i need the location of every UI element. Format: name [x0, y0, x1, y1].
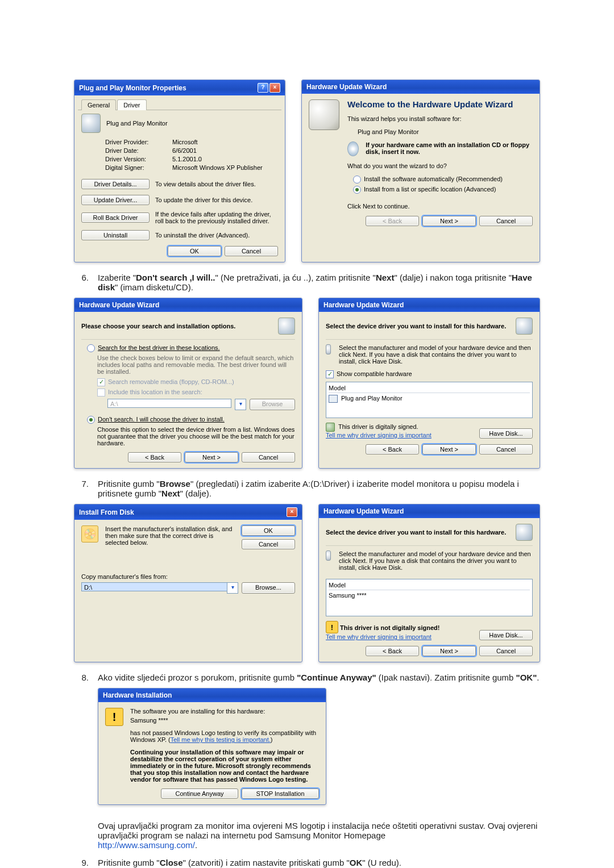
model-item[interactable]: Samsung ****: [329, 592, 530, 599]
wizard-question: What do you want the wizard to do?: [347, 162, 533, 169]
samsung-url[interactable]: http://www.samsung.com/: [98, 840, 195, 850]
signing-link[interactable]: Tell me why driver signing is important: [326, 432, 432, 439]
uninstall-button[interactable]: Uninstall: [81, 230, 150, 240]
check-compatible-label: Show compatible hardware: [337, 370, 412, 377]
check-compatible[interactable]: [326, 370, 334, 378]
date-label: Driver Date:: [105, 147, 168, 154]
uninstall-desc: To uninstall the driver (Advanced).: [155, 232, 278, 239]
step-6: 6. Izaberite "Don't search ,I will.." (N…: [74, 273, 540, 292]
driver-details-button[interactable]: Driver Details...: [81, 179, 150, 189]
t: " (zatvoriti) i zatim nastavite pritiska…: [183, 858, 350, 867]
radio-advanced[interactable]: [353, 186, 361, 194]
unsigned-status: This driver is not digitally signed!: [340, 624, 439, 631]
cancel-button[interactable]: Cancel: [242, 452, 295, 462]
t: Pritisnite gumb ": [98, 479, 160, 489]
info-icon: [326, 344, 331, 354]
ok-button[interactable]: OK: [168, 246, 221, 256]
tab-driver[interactable]: Driver: [117, 99, 146, 110]
t: " (dalje) i nakon toga pritisnite ": [394, 273, 512, 282]
browse-button[interactable]: Browse...: [242, 582, 295, 594]
kw: Next: [376, 273, 395, 282]
window-title: Plug and Play Monitor Properties: [79, 84, 186, 92]
rollback-driver-button[interactable]: Roll Back Driver: [81, 212, 150, 223]
radio-auto[interactable]: [353, 176, 361, 183]
back-button[interactable]: < Back: [366, 646, 419, 656]
cancel-button[interactable]: Cancel: [479, 216, 533, 226]
signer-value: Microsoft Windows XP Publisher: [172, 164, 278, 171]
radio-dont-search[interactable]: [87, 416, 95, 424]
back-button[interactable]: < Back: [128, 452, 181, 462]
wizard-select-driver-unsigned: Hardware Update Wizard Select the device…: [318, 504, 540, 662]
back-button[interactable]: < Back: [366, 444, 419, 454]
kw: Browse: [160, 479, 190, 489]
signing-link[interactable]: Tell me why driver signing is important: [326, 633, 432, 640]
hardware-installation-window: Hardware Installation ! The software you…: [98, 688, 326, 805]
provider-value: Microsoft: [172, 139, 278, 145]
wizard-desc: Select the manufacturer and model of you…: [339, 550, 533, 571]
hw-warning: Continuing your installation of this sof…: [130, 749, 311, 783]
dropdown-icon[interactable]: ▾: [227, 582, 238, 594]
install-from-disk-window: Install From Disk × 📀 Insert the manufac…: [74, 504, 302, 662]
device-name: Plug and Play Monitor: [106, 120, 168, 127]
window-title: Hardware Update Wizard: [306, 83, 387, 91]
have-disk-button[interactable]: Have Disk...: [479, 428, 533, 439]
have-disk-button[interactable]: Have Disk...: [479, 630, 533, 640]
radio-dont-search-label: Don't search. I will choose the driver t…: [98, 416, 225, 423]
radio-advanced-label: Install from a list or specific location…: [364, 186, 496, 193]
stop-installation-button[interactable]: STOP Installation: [242, 788, 319, 799]
hw-device: Samsung ****: [130, 717, 319, 724]
model-header: Model: [329, 385, 530, 393]
warning-icon: !: [326, 621, 338, 633]
check-location-label: Include this location in the search:: [108, 389, 202, 395]
help-icon[interactable]: ?: [258, 83, 268, 93]
t: Ako vidite sljedeći prozor s porukom, pr…: [98, 673, 297, 682]
radio-search-desc: Use the check boxes below to limit or ex…: [97, 354, 295, 375]
next-button[interactable]: Next >: [422, 444, 476, 454]
wizard-icon: [516, 318, 533, 335]
wizard-heading: Welcome to the Hardware Update Wizard: [347, 99, 533, 109]
wizard-device: Plug and Play Monitor: [358, 128, 533, 135]
step-number: 9.: [74, 858, 89, 867]
step-number: 8.: [74, 673, 89, 682]
continue-anyway-button[interactable]: Continue Anyway: [161, 788, 238, 799]
cancel-button[interactable]: Cancel: [242, 539, 295, 549]
hw-line1: The software you are installing for this…: [130, 708, 319, 715]
model-item[interactable]: Plug and Play Monitor: [341, 395, 403, 402]
t: " (U redu).: [362, 858, 401, 867]
cancel-button[interactable]: Cancel: [479, 444, 533, 454]
check-removable-label: Search removable media (floppy, CD-ROM..…: [108, 378, 234, 385]
radio-search[interactable]: [87, 344, 95, 352]
tab-general[interactable]: General: [81, 99, 116, 110]
copy-from-input[interactable]: D:\: [81, 582, 227, 591]
cancel-button[interactable]: Cancel: [225, 246, 278, 256]
wizard-icon: [278, 318, 295, 335]
step-8: 8. Ako vidite sljedeći prozor s porukom,…: [74, 673, 540, 682]
cd-icon: [347, 141, 359, 156]
step-7: 7. Pritisnite gumb "Browse" (pregledati)…: [74, 479, 540, 498]
period: .: [195, 840, 197, 850]
cancel-button[interactable]: Cancel: [479, 646, 533, 656]
driver-details-desc: To view details about the driver files.: [155, 181, 278, 187]
back-button: < Back: [366, 216, 419, 226]
wizard-search-window: Hardware Update Wizard Please choose you…: [74, 298, 302, 469]
monitor-icon: [329, 395, 338, 403]
shield-icon: [326, 423, 335, 432]
monitor-icon: [81, 114, 101, 133]
ok-button[interactable]: OK: [242, 525, 295, 536]
next-button[interactable]: Next >: [422, 216, 476, 226]
disk-icon: 📀: [81, 525, 98, 542]
wizard-select-driver-signed: Hardware Update Wizard Select the device…: [318, 298, 540, 469]
logo-testing-link[interactable]: Tell me why this testing is important.: [171, 736, 271, 743]
next-button[interactable]: Next >: [185, 452, 238, 462]
provider-label: Driver Provider:: [105, 139, 168, 145]
close-icon[interactable]: ×: [287, 507, 297, 517]
update-driver-button[interactable]: Update Driver...: [81, 195, 150, 205]
wizard-desc: Select the manufacturer and model of you…: [339, 344, 533, 365]
signer-label: Digital Signer:: [105, 164, 168, 171]
copy-from-label: Copy manufacturer's files from:: [81, 573, 295, 580]
t: Izaberite ": [98, 273, 136, 282]
close-icon[interactable]: ×: [269, 83, 280, 93]
t: Pritisnite gumb ": [98, 858, 160, 867]
next-button[interactable]: Next >: [422, 646, 476, 656]
window-title: Hardware Update Wizard: [323, 301, 404, 309]
